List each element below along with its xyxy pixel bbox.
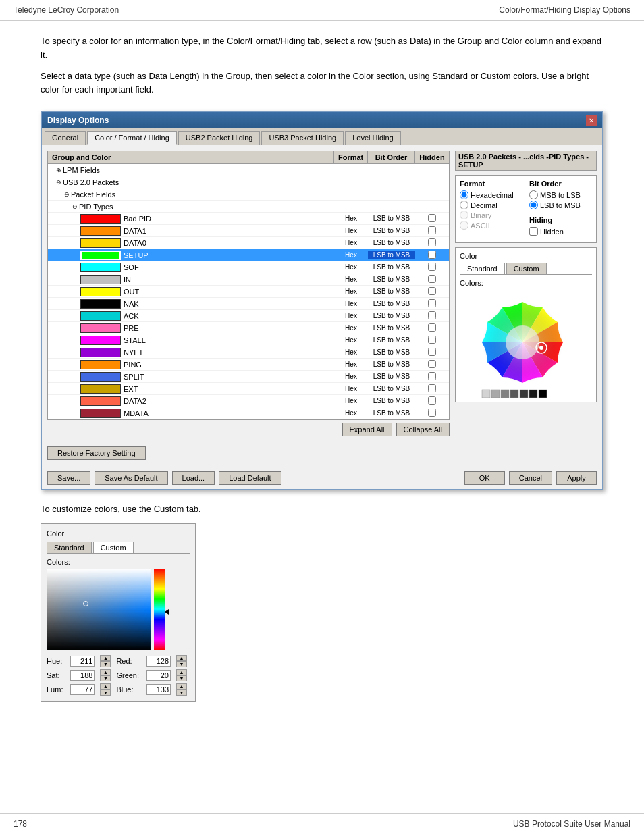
hidden-checkbox-label[interactable]: Hidden: [529, 227, 592, 236]
red-spin-down[interactable]: ▼: [176, 661, 187, 667]
tree-row[interactable]: ⊖PID Types: [48, 201, 449, 213]
tree-row[interactable]: PREHexLSB to MSB: [48, 322, 449, 334]
tree-row[interactable]: SPLITHexLSB to MSB: [48, 371, 449, 383]
tree-cell-hidden[interactable]: [415, 323, 449, 333]
tab-level-hiding[interactable]: Level Hiding: [345, 131, 401, 145]
hue-spin-down[interactable]: ▼: [100, 661, 111, 667]
color-tab-standard[interactable]: Standard: [460, 263, 505, 274]
save-button[interactable]: Save...: [47, 471, 90, 485]
hue-input[interactable]: [70, 656, 95, 667]
radio-decimal[interactable]: Decimal: [460, 201, 522, 209]
radio-ascii[interactable]: ASCII: [460, 221, 522, 230]
green-spin-down[interactable]: ▼: [176, 675, 187, 681]
tree-cell-hidden[interactable]: [415, 348, 449, 357]
green-spin[interactable]: ▲ ▼: [176, 669, 190, 681]
tree-row[interactable]: PINGHexLSB to MSB: [48, 359, 449, 371]
ok-button[interactable]: OK: [464, 471, 505, 485]
tab-color-format-hiding[interactable]: Color / Format / Hiding: [87, 131, 177, 145]
lum-spin-down[interactable]: ▼: [100, 689, 111, 696]
expand-btn[interactable]: ⊖: [72, 203, 78, 210]
custom-tab-custom[interactable]: Custom: [93, 542, 134, 553]
blue-spin[interactable]: ▲ ▼: [176, 683, 190, 696]
tree-row[interactable]: EXTHexLSB to MSB: [48, 383, 449, 395]
radio-msb-to-lsb[interactable]: MSB to LSB: [529, 190, 592, 199]
radio-lsb-to-msb[interactable]: LSB to MSB: [529, 201, 592, 209]
hidden-checkbox[interactable]: [529, 227, 538, 236]
tree-row[interactable]: ⊖Packet Fields: [48, 188, 449, 201]
custom-tab-standard[interactable]: Standard: [47, 542, 92, 553]
sat-input[interactable]: [70, 670, 95, 681]
tree-row[interactable]: OUTHexLSB to MSB: [48, 286, 449, 298]
color-wheel-container[interactable]: [460, 290, 592, 398]
tab-usb3-packet-hiding[interactable]: USB3 Packet Hiding: [261, 131, 344, 145]
radio-binary[interactable]: Binary: [460, 211, 522, 219]
blue-input[interactable]: [146, 684, 171, 695]
lum-spin[interactable]: ▲ ▼: [100, 683, 113, 696]
hue-slider[interactable]: [154, 569, 165, 650]
tree-row[interactable]: MDATAHexLSB to MSB: [48, 407, 449, 419]
blue-spin-down[interactable]: ▼: [176, 689, 187, 696]
tree-cell-hidden[interactable]: [415, 360, 449, 369]
tree-cell-hidden[interactable]: [415, 226, 449, 236]
tree-container[interactable]: ⊕LPM Fields⊖USB 2.0 Packets⊖Packet Field…: [47, 163, 450, 420]
expand-all-button[interactable]: Expand All: [342, 423, 392, 436]
tree-cell-hidden[interactable]: [415, 214, 449, 224]
tree-row[interactable]: SOFHexLSB to MSB: [48, 261, 449, 273]
blue-spin-up[interactable]: ▲: [176, 683, 187, 689]
tree-cell-hidden[interactable]: [415, 409, 449, 418]
save-as-default-button[interactable]: Save As Default: [95, 471, 167, 485]
tree-row[interactable]: Bad PIDHexLSB to MSB: [48, 213, 449, 225]
tree-cell-hidden[interactable]: [415, 263, 449, 272]
tree-cell-hidden[interactable]: [415, 238, 449, 248]
color-tab-custom[interactable]: Custom: [506, 263, 547, 274]
tree-cell-hidden[interactable]: [415, 396, 449, 406]
tab-general[interactable]: General: [45, 131, 86, 145]
tree-row[interactable]: DATA2HexLSB to MSB: [48, 395, 449, 407]
color-wheel-svg[interactable]: [468, 290, 583, 398]
load-default-button[interactable]: Load Default: [219, 471, 281, 485]
tree-cell-hidden[interactable]: [415, 275, 449, 284]
tree-row[interactable]: NAKHexLSB to MSB: [48, 298, 449, 310]
tree-row[interactable]: ERRHexLSB to MSB: [48, 419, 449, 420]
sat-spin-down[interactable]: ▼: [100, 675, 111, 681]
sat-spin[interactable]: ▲ ▼: [100, 669, 113, 681]
restore-factory-button[interactable]: Restore Factory Setting: [47, 446, 146, 460]
green-input[interactable]: [146, 670, 171, 681]
hue-spin[interactable]: ▲ ▼: [100, 655, 113, 667]
tree-row[interactable]: DATA1HexLSB to MSB: [48, 225, 449, 237]
tree-row[interactable]: ACKHexLSB to MSB: [48, 310, 449, 322]
tree-cell-hidden[interactable]: [415, 251, 449, 260]
lum-input[interactable]: [70, 684, 95, 695]
tree-row[interactable]: ⊖USB 2.0 Packets: [48, 176, 449, 188]
radio-hexadecimal[interactable]: Hexadecimal: [460, 190, 522, 199]
cancel-button[interactable]: Cancel: [509, 471, 552, 485]
lum-spin-up[interactable]: ▲: [100, 683, 111, 689]
apply-button[interactable]: Apply: [556, 471, 597, 485]
tab-usb2-packet-hiding[interactable]: USB2 Packet Hiding: [178, 131, 261, 145]
collapse-all-button[interactable]: Collapse All: [396, 423, 450, 436]
color-canvas[interactable]: [47, 569, 151, 650]
dialog-close-button[interactable]: ✕: [586, 115, 597, 126]
red-spin-up[interactable]: ▲: [176, 655, 187, 661]
sat-spin-up[interactable]: ▲: [100, 669, 111, 675]
tree-row[interactable]: DATA0HexLSB to MSB: [48, 237, 449, 249]
tree-cell-hidden[interactable]: [415, 384, 449, 394]
tree-row[interactable]: NYETHexLSB to MSB: [48, 346, 449, 359]
green-spin-up[interactable]: ▲: [176, 669, 187, 675]
tree-cell-hidden[interactable]: [415, 287, 449, 296]
expand-btn[interactable]: ⊖: [56, 179, 61, 186]
hue-spin-up[interactable]: ▲: [100, 655, 111, 661]
tree-cell-hidden[interactable]: [415, 372, 449, 382]
expand-btn[interactable]: ⊖: [64, 191, 70, 198]
tree-cell-hidden[interactable]: [415, 299, 449, 309]
expand-btn[interactable]: ⊕: [56, 167, 61, 174]
load-button[interactable]: Load...: [172, 471, 215, 485]
color-gradient-area[interactable]: [47, 569, 151, 650]
tree-cell-hidden[interactable]: [415, 336, 449, 345]
tree-row[interactable]: STALLHexLSB to MSB: [48, 334, 449, 346]
tree-row[interactable]: ⊕LPM Fields: [48, 164, 449, 176]
tree-row[interactable]: SETUPHexLSB to MSB: [48, 249, 449, 261]
tree-cell-hidden[interactable]: [415, 311, 449, 321]
red-input[interactable]: [146, 656, 171, 667]
red-spin[interactable]: ▲ ▼: [176, 655, 190, 667]
